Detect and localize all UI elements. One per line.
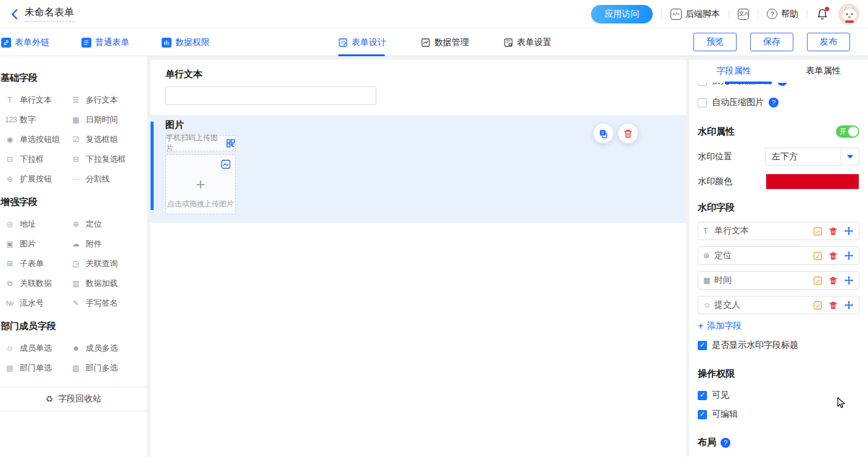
image-field-block-selected[interactable]: 图片 手机扫码上传图片 + 点击或拖拽上传图片 [151,115,686,223]
properties-panel: 字段属性 表单属性 仅允许拍照上传 ? 自动压缩图片 ? 水印属性 开 水印位置… [689,60,868,457]
form-title[interactable]: 未命名表单 [25,6,74,22]
form-canvas[interactable]: 单行文本 图片 手机扫码上传图片 + 点击或拖拽上传图片 [151,60,686,457]
question-icon[interactable]: ? [777,83,787,86]
question-icon: ? [767,9,777,19]
language-button[interactable]: 文A [738,9,749,20]
palette-field-item[interactable]: ▦ 日期时间 [71,114,147,125]
compress-option-row[interactable]: 自动压缩图片 ? [698,97,859,108]
palette-field-item[interactable]: ▣ 图片 [5,238,71,249]
watermark-toggle-on[interactable]: 开 [836,125,859,138]
data-management-icon [421,38,431,48]
data-permission-link[interactable]: 数据权限 [162,37,210,48]
tab-form-settings[interactable]: 表单设置 [503,28,552,56]
watermark-color-swatch[interactable] [766,174,859,190]
show-watermark-title-row[interactable]: 是否显示水印字段标题 [698,340,859,351]
text-field-block[interactable]: 单行文本 [151,60,686,105]
panel-scroll-content[interactable]: 仅允许拍照上传 ? 自动压缩图片 ? 水印属性 开 水印位置 左下方 水印颜色 [689,83,868,457]
palette-field-item[interactable]: № 流水号 [5,298,71,309]
image-settings-icon[interactable] [221,159,231,169]
move-icon[interactable] [844,275,854,285]
question-icon[interactable]: ? [721,438,730,448]
palette-field-item[interactable]: ⊕ 定位 [71,219,147,230]
tab-form-properties[interactable]: 表单属性 [779,65,868,77]
form-external-link[interactable]: 表单外链 [1,37,49,48]
save-button[interactable]: 保存 [750,33,793,51]
checkbox-checked[interactable] [698,391,707,400]
clipped-option-row[interactable]: 仅允许拍照上传 ? [698,83,859,88]
palette-field-item[interactable]: ☺ 成员单选 [5,343,71,354]
delete-field-button[interactable] [618,124,638,143]
delete-icon[interactable] [829,227,838,236]
checkbox[interactable] [698,83,707,86]
palette-field-item[interactable]: ⧉ 关联数据 [5,278,71,289]
back-icon[interactable] [5,5,23,23]
delete-icon[interactable] [829,301,838,310]
field-type-icon: ▦ [71,115,81,124]
palette-field-item[interactable]: ⊡ 下拉框 [5,154,71,165]
field-type-label: 附件 [86,238,102,249]
palette-field-item[interactable]: ▥ 数据加载 [71,278,147,289]
visible-option-row[interactable]: 可见 [698,390,859,401]
field-recycle-bin[interactable]: ♻ 字段回收站 [0,387,147,411]
watermark-field-row[interactable]: ⊕ 定位 [698,246,859,265]
palette-field-item[interactable]: ⋯ 分割线 [71,174,147,185]
palette-field-item[interactable]: ☰ 多行文本 [71,94,147,106]
trash-icon [623,128,633,138]
palette-field-item[interactable]: ◲ 关联查询 [71,258,147,269]
palette-field-item[interactable]: ⊖ 扩展按钮 [5,174,71,185]
selected-field-indicator [151,122,154,210]
publish-button[interactable]: 发布 [807,33,850,51]
tab-data-management[interactable]: 数据管理 [421,28,469,56]
text-field-input[interactable] [165,86,376,105]
palette-field-item[interactable]: ⊞ 子表单 [5,258,71,269]
edit-icon[interactable] [813,301,822,310]
palette-field-item[interactable]: ◉ 单选按钮组 [5,134,71,145]
tab-field-properties[interactable]: 字段属性 [689,65,779,77]
palette-field-item[interactable]: ✎ 手写签名 [71,298,147,309]
notification-bell-icon[interactable] [816,8,829,20]
palette-field-item[interactable]: ⊟ 下拉复选框 [71,154,147,165]
move-icon[interactable] [844,251,854,261]
field-type-label: 成员单选 [20,343,52,354]
edit-icon[interactable] [813,276,822,285]
palette-field-item[interactable]: T 单行文本 [5,94,71,106]
field-type-icon: ▣ [5,240,15,248]
palette-field-item[interactable]: ▤ 部门单选 [5,363,71,374]
edit-icon[interactable] [813,227,822,236]
field-type-label: 手写签名 [86,298,118,309]
palette-field-item[interactable]: ☁ 附件 [71,238,147,249]
watermark-field-row[interactable]: T 单行文本 [698,222,859,240]
move-icon[interactable] [844,300,854,310]
help-button[interactable]: ? 帮助 [767,9,798,20]
palette-field-item[interactable]: 123 数字 [5,114,71,125]
preview-button[interactable]: 预览 [693,33,737,51]
qr-upload-button[interactable]: 手机扫码上传图片 [165,135,236,151]
add-watermark-field-button[interactable]: + 添加字段 [698,321,859,332]
move-icon[interactable] [844,226,854,236]
palette-field-item[interactable]: ☑ 复选框组 [71,134,147,145]
image-upload-dropzone[interactable]: + 点击或拖拽上传图片 [165,154,236,214]
app-access-button[interactable]: 应用访问 [591,5,653,23]
tab-form-design[interactable]: 表单设计 [338,28,386,56]
palette-field-item[interactable]: ◎ 地址 [5,219,71,230]
backend-script-button[interactable]: </> 后端脚本 [671,9,720,20]
normal-form-link[interactable]: 普通表单 [81,37,130,48]
checkbox-checked[interactable] [698,410,707,419]
palette-field-item[interactable]: ☻ 成员多选 [71,343,147,354]
delete-icon[interactable] [829,251,838,261]
avatar[interactable] [838,4,859,25]
palette-field-item[interactable]: ▧ 部门多选 [71,363,147,374]
delete-icon[interactable] [829,276,838,285]
checkbox[interactable] [698,98,707,107]
checkbox-checked[interactable] [698,341,707,350]
section-title-member: 部门成员字段 [1,321,147,332]
watermark-position-select[interactable]: 左下方 [765,148,859,166]
copy-field-button[interactable] [593,124,613,143]
question-icon[interactable]: ? [769,98,779,107]
edit-icon[interactable] [813,251,822,261]
field-type-label: 图片 [20,238,36,249]
watermark-field-row[interactable]: ▦ 时间 [698,271,859,290]
watermark-field-row[interactable]: ☺ 提交人 [698,296,859,314]
editable-option-row[interactable]: 可编辑 [698,409,859,420]
field-type-label: 单选按钮组 [20,134,60,145]
